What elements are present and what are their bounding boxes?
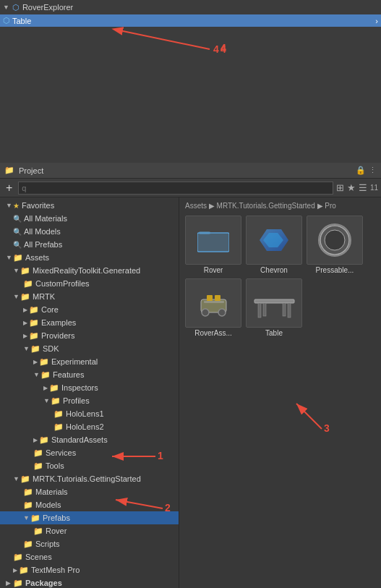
asset-label-chevron: Chevron	[260, 266, 288, 274]
main-content: ▼ ★ Favorites 🔍 All Materials 🔍 All Mode…	[0, 197, 381, 588]
lock-icon[interactable]: 🔒	[356, 166, 366, 175]
svg-rect-12	[207, 295, 213, 301]
asset-rover[interactable]: Rover	[185, 216, 241, 274]
mrtk-label: MRTK	[33, 292, 55, 301]
toolbar-row: + ⊞ ★ ☰ 11	[0, 179, 381, 197]
sdk-label: SDK	[43, 344, 59, 353]
svg-point-10	[202, 309, 209, 316]
search-input[interactable]	[18, 182, 333, 195]
scripts-label: Scripts	[35, 540, 60, 548]
tree-item-inspectors[interactable]: ▶ 📁 Inspectors	[0, 381, 179, 394]
filter-icon[interactable]: ☰	[359, 182, 367, 193]
standard-assets-label: StandardAssets	[51, 435, 108, 444]
materials-label: Materials	[35, 487, 68, 496]
tree-item-hololens2[interactable]: 📁 HoloLens2	[0, 420, 179, 433]
asset-label-table: Table	[265, 329, 283, 337]
profiles-label: Profiles	[63, 396, 90, 405]
tree-item-models[interactable]: 📁 Models	[0, 498, 179, 511]
tree-item-assets[interactable]: ▼ 📁 Assets	[0, 251, 179, 264]
asset-label-roverassets: RoverAss...	[194, 329, 232, 337]
tree-item-textmesh[interactable]: ▶ 📁 TextMesh Pro	[0, 563, 179, 576]
models-label: Models	[35, 500, 61, 509]
prefabs-label: Prefabs	[43, 514, 70, 522]
core-label: Core	[41, 305, 59, 314]
menu-icon[interactable]: ⋮	[369, 166, 377, 175]
tree-item-scenes[interactable]: 📁 Scenes	[0, 550, 179, 563]
all-models-label: All Models	[24, 227, 61, 236]
tree-item-favorites[interactable]: ▼ ★ Favorites	[0, 199, 179, 212]
asset-thumb-table	[246, 278, 302, 328]
cube-icon: ⬡	[12, 3, 20, 12]
add-button[interactable]: +	[3, 182, 15, 195]
star-filter-icon[interactable]: ★	[347, 182, 356, 193]
hololens1-label: HoloLens1	[66, 409, 104, 418]
svg-rect-16	[258, 303, 261, 318]
inspectors-label: Inspectors	[61, 383, 98, 392]
asset-thumb-rover	[185, 216, 241, 265]
svg-rect-13	[215, 295, 221, 301]
tree-item-mrt-generated[interactable]: ▼ 📁 MixedRealityToolkit.Generated	[0, 264, 179, 277]
tree-item-prefabs[interactable]: ▼ 📁 Prefabs	[0, 511, 179, 524]
scenes-label: Scenes	[25, 553, 52, 561]
tree-item-all-materials[interactable]: 🔍 All Materials	[0, 212, 179, 225]
svg-line-1	[123, 31, 210, 49]
tree-item-rover[interactable]: 📁 Rover	[0, 524, 179, 537]
asset-table[interactable]: Table	[246, 278, 302, 337]
table-label[interactable]: Table	[12, 17, 375, 25]
tree-panel: ▼ ★ Favorites 🔍 All Materials 🔍 All Mode…	[0, 197, 179, 588]
asset-thumb-roverassets	[185, 278, 241, 328]
project-tab-label[interactable]: Project	[19, 166, 43, 175]
tree-item-providers[interactable]: ▶ 📁 Providers	[0, 329, 179, 342]
asset-chevron[interactable]: Chevron	[246, 216, 302, 274]
project-header: 📁 Project 🔒 ⋮	[0, 163, 381, 179]
features-label: Features	[53, 370, 84, 379]
tree-item-scripts[interactable]: 📁 Scripts	[0, 537, 179, 550]
services-label: Services	[46, 448, 76, 457]
assets-grid: Rover	[182, 213, 378, 340]
tree-item-profiles[interactable]: ▼ 📁 Profiles	[0, 394, 179, 407]
hololens2-label: HoloLens2	[66, 422, 104, 431]
arrow4-label: 4	[221, 42, 226, 54]
svg-text:4: 4	[213, 43, 219, 55]
tree-item-materials[interactable]: 📁 Materials	[0, 485, 179, 498]
tree-item-tools[interactable]: 📁 Tools	[0, 459, 179, 472]
svg-rect-19	[283, 303, 286, 316]
tree-item-features[interactable]: ▼ 📁 Features	[0, 368, 179, 381]
mrtk-tutorials-label: MRTK.Tutorials.GettingStarted	[33, 474, 141, 483]
grid-view-icon[interactable]: ⊞	[336, 182, 344, 193]
tree-item-services[interactable]: 📁 Services	[0, 446, 179, 459]
tree-item-examples[interactable]: ▶ 📁 Examples	[0, 316, 179, 329]
svg-rect-17	[288, 303, 291, 318]
tree-item-hololens1[interactable]: 📁 HoloLens1	[0, 407, 179, 420]
tree-item-sdk[interactable]: ▼ 📁 SDK	[0, 342, 179, 355]
tree-item-mrtk[interactable]: ▼ 📁 MRTK	[0, 290, 179, 303]
tree-item-all-models[interactable]: 🔍 All Models	[0, 225, 179, 238]
expand-arrow[interactable]: ›	[375, 17, 378, 25]
asset-thumb-pressable	[307, 216, 363, 265]
packages-label: Packages	[25, 579, 62, 587]
tree-item-mrtk-tutorials[interactable]: ▼ 📁 MRTK.Tutorials.GettingStarted	[0, 472, 179, 485]
table-cube-icon: ⬡	[3, 16, 10, 25]
tools-label: Tools	[46, 461, 64, 470]
providers-label: Providers	[41, 331, 74, 340]
asset-label-pressable: Pressable...	[316, 266, 354, 274]
asset-thumb-chevron	[246, 216, 302, 265]
rover-explorer-label: RoverExplorer	[22, 3, 73, 12]
tree-item-experimental[interactable]: ▶ 📁 Experimental	[0, 355, 179, 368]
rover-sub-label: Rover	[46, 527, 67, 535]
toolbar-icons: ⊞ ★ ☰ 11	[336, 182, 378, 193]
header-icons: 🔒 ⋮	[356, 166, 377, 175]
tree-item-all-prefabs[interactable]: 🔍 All Prefabs	[0, 238, 179, 251]
svg-rect-14	[204, 301, 224, 303]
tree-item-packages[interactable]: ▶ 📁 Packages	[0, 576, 179, 588]
svg-rect-5	[199, 231, 210, 234]
tree-item-standard-assets[interactable]: ▶ 📁 StandardAssets	[0, 433, 179, 446]
asset-label-rover: Rover	[204, 266, 223, 274]
svg-rect-18	[263, 303, 266, 316]
tree-item-core[interactable]: ▶ 📁 Core	[0, 303, 179, 316]
asset-pressable[interactable]: Pressable...	[307, 216, 363, 274]
assets-label: Assets	[25, 253, 49, 262]
tree-item-custom-profiles[interactable]: 📁 CustomProfiles	[0, 277, 179, 290]
asset-roverassets[interactable]: RoverAss...	[185, 278, 241, 337]
top-bar: ▼ ⬡ RoverExplorer	[0, 0, 381, 14]
